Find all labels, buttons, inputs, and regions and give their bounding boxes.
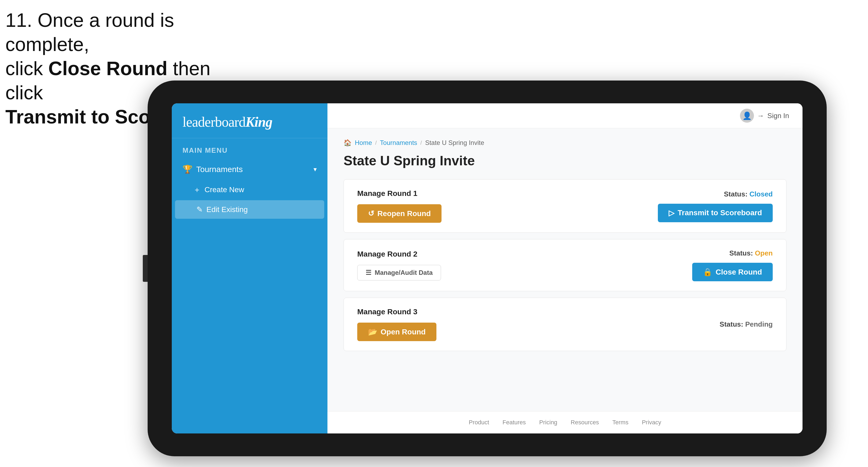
top-bar: 👤 → Sign In bbox=[328, 103, 803, 128]
breadcrumb: 🏠 Home / Tournaments / State U Spring In… bbox=[344, 139, 786, 147]
round-3-status-value: Pending bbox=[745, 320, 773, 328]
open-round-label: Open Round bbox=[380, 328, 426, 336]
round-3-section: Manage Round 3 📂 Open Round Status: Pend… bbox=[344, 298, 786, 351]
close-icon: 🔒 bbox=[703, 268, 712, 276]
nav-create-new[interactable]: ＋ Create New bbox=[172, 180, 328, 200]
nav-tournaments-label: Tournaments bbox=[196, 165, 243, 174]
close-round-label: Close Round bbox=[716, 268, 762, 276]
round-2-label: Manage Round 2 bbox=[357, 250, 441, 258]
round-2-status-value: Open bbox=[755, 249, 773, 257]
logo-king: King bbox=[245, 114, 272, 130]
round-1-section: Manage Round 1 ↺ Reopen Round Status: Cl… bbox=[344, 179, 786, 233]
sidebar-nav: 🏆 Tournaments ▾ ＋ Create New ✎ Edit Exis… bbox=[172, 159, 328, 433]
breadcrumb-current: State U Spring Invite bbox=[425, 139, 484, 147]
round-3-status: Status: Pending bbox=[720, 320, 773, 329]
round-2-status: Status: Open bbox=[729, 249, 773, 257]
footer-terms[interactable]: Terms bbox=[613, 419, 628, 426]
tablet-side-button bbox=[143, 255, 148, 282]
sidebar: leaderboardKing MAIN MENU 🏆 Tournaments … bbox=[172, 103, 328, 433]
edit-icon: ✎ bbox=[196, 205, 203, 214]
avatar: 👤 bbox=[740, 109, 754, 123]
sign-in-label: → bbox=[757, 112, 764, 120]
breadcrumb-sep2: / bbox=[420, 140, 422, 146]
page-content: 🏠 Home / Tournaments / State U Spring In… bbox=[328, 128, 803, 411]
transmit-scoreboard-label: Transmit to Scoreboard bbox=[678, 209, 762, 217]
sign-in-text: Sign In bbox=[767, 112, 789, 120]
instruction-bold1: Close Round bbox=[48, 58, 167, 79]
instruction-line1: 11. Once a round is complete, bbox=[5, 9, 174, 55]
round-1-left: Manage Round 1 ↺ Reopen Round bbox=[357, 189, 441, 223]
breadcrumb-home-link[interactable]: Home bbox=[355, 139, 372, 147]
trophy-icon: 🏆 bbox=[183, 164, 192, 174]
page-title: State U Spring Invite bbox=[344, 153, 786, 168]
footer: Product Features Pricing Resources Terms… bbox=[328, 411, 803, 433]
round-2-section: Manage Round 2 ☰ Manage/Audit Data Statu… bbox=[344, 239, 786, 291]
nav-tournaments-row[interactable]: 🏆 Tournaments ▾ bbox=[172, 159, 328, 180]
footer-pricing[interactable]: Pricing bbox=[539, 419, 557, 426]
nav-tournaments[interactable]: 🏆 Tournaments ▾ ＋ Create New ✎ Edit Exis… bbox=[172, 159, 328, 219]
plus-icon: ＋ bbox=[193, 185, 201, 195]
close-round-button[interactable]: 🔒 Close Round bbox=[692, 263, 773, 281]
round-1-right: Status: Closed ▷ Transmit to Scoreboard bbox=[658, 190, 773, 222]
breadcrumb-home[interactable]: 🏠 bbox=[344, 139, 351, 147]
reopen-icon: ↺ bbox=[368, 209, 374, 218]
audit-icon: ☰ bbox=[366, 269, 371, 276]
footer-privacy[interactable]: Privacy bbox=[642, 419, 661, 426]
open-icon: 📂 bbox=[368, 328, 377, 336]
round-2-right: Status: Open 🔒 Close Round bbox=[692, 249, 773, 281]
app-layout: leaderboardKing MAIN MENU 🏆 Tournaments … bbox=[172, 103, 803, 433]
transmit-scoreboard-button[interactable]: ▷ Transmit to Scoreboard bbox=[658, 204, 773, 222]
sign-in-area[interactable]: 👤 → Sign In bbox=[740, 109, 789, 123]
transmit-icon: ▷ bbox=[669, 209, 675, 217]
reopen-round-label: Reopen Round bbox=[377, 209, 431, 218]
tablet-screen: leaderboardKing MAIN MENU 🏆 Tournaments … bbox=[172, 103, 803, 433]
chevron-down-icon: ▾ bbox=[313, 165, 317, 173]
round-3-left: Manage Round 3 📂 Open Round bbox=[357, 308, 436, 341]
breadcrumb-tournaments-link[interactable]: Tournaments bbox=[380, 139, 417, 147]
edit-existing-label: Edit Existing bbox=[207, 205, 248, 214]
footer-resources[interactable]: Resources bbox=[570, 419, 599, 426]
manage-audit-label: Manage/Audit Data bbox=[375, 269, 433, 276]
footer-product[interactable]: Product bbox=[469, 419, 489, 426]
reopen-round-button[interactable]: ↺ Reopen Round bbox=[357, 204, 441, 223]
breadcrumb-sep1: / bbox=[375, 140, 377, 146]
sidebar-logo-area: leaderboardKing bbox=[172, 103, 328, 138]
tablet-device: leaderboardKing MAIN MENU 🏆 Tournaments … bbox=[148, 81, 827, 456]
open-round-button[interactable]: 📂 Open Round bbox=[357, 322, 436, 341]
nav-edit-existing[interactable]: ✎ Edit Existing bbox=[175, 200, 324, 219]
round-3-right: Status: Pending bbox=[720, 320, 773, 329]
main-content: 👤 → Sign In 🏠 Home / Tournaments / State bbox=[328, 103, 803, 433]
footer-features[interactable]: Features bbox=[502, 419, 526, 426]
main-menu-label: MAIN MENU bbox=[172, 138, 328, 159]
create-new-label: Create New bbox=[205, 185, 244, 194]
round-1-status-value: Closed bbox=[749, 190, 773, 198]
round-2-left: Manage Round 2 ☰ Manage/Audit Data bbox=[357, 250, 441, 280]
logo: leaderboardKing bbox=[183, 114, 317, 130]
round-3-label: Manage Round 3 bbox=[357, 308, 436, 316]
manage-audit-button[interactable]: ☰ Manage/Audit Data bbox=[357, 265, 441, 280]
round-1-label: Manage Round 1 bbox=[357, 189, 441, 198]
round-1-status: Status: Closed bbox=[724, 190, 773, 198]
